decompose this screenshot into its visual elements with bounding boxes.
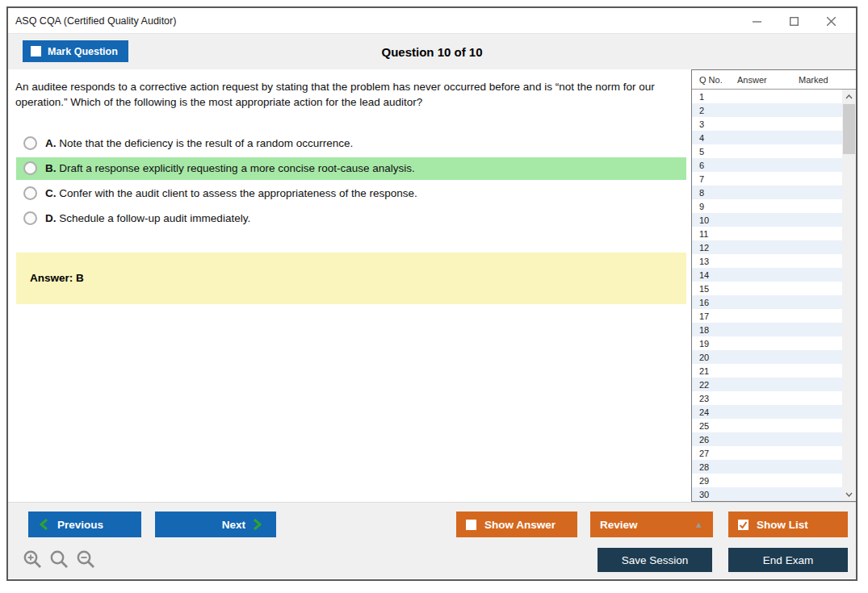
question-counter: Question 10 of 10 [8, 45, 856, 59]
radio-icon[interactable] [23, 186, 37, 200]
review-dropdown[interactable]: Review ▲ [590, 512, 713, 537]
radio-icon[interactable] [23, 161, 37, 175]
mark-question-button[interactable]: Mark Question [23, 40, 128, 62]
answer-text: Answer: B [30, 272, 84, 284]
list-item[interactable]: 17 [692, 309, 842, 323]
list-item[interactable]: 8 [692, 186, 842, 199]
q-no-cell: 29 [692, 476, 732, 486]
app-window: ASQ CQA (Certified Quality Auditor) Mark… [6, 6, 858, 581]
triangle-up-icon: ▲ [694, 520, 703, 529]
list-item[interactable]: 14 [692, 268, 842, 282]
end-exam-label: End Exam [763, 554, 813, 566]
scroll-down-button[interactable] [842, 487, 856, 501]
list-item[interactable]: 4 [692, 131, 842, 144]
list-item[interactable]: 11 [692, 227, 842, 240]
show-list-checkbox[interactable] [738, 520, 748, 530]
question-list-body-wrap: 1234567891011121314151617181920212223242… [692, 90, 856, 501]
column-header-marked: Marked [799, 75, 844, 85]
show-list-button[interactable]: Show List [728, 512, 848, 537]
close-icon [827, 17, 836, 26]
save-session-button[interactable]: Save Session [598, 548, 712, 572]
list-item[interactable]: 29 [692, 474, 842, 487]
zoom-in-icon[interactable] [23, 549, 44, 570]
radio-icon[interactable] [23, 136, 37, 150]
list-item[interactable]: 25 [692, 419, 842, 432]
option-d[interactable]: D. Schedule a follow-up audit immediatel… [16, 207, 686, 230]
q-no-cell: 10 [692, 215, 732, 225]
column-header-qno: Q No. [692, 75, 737, 85]
checkmark-icon [739, 520, 748, 529]
list-item[interactable]: 30 [692, 487, 842, 501]
q-no-cell: 2 [692, 106, 732, 115]
list-item[interactable]: 26 [692, 432, 842, 446]
radio-icon[interactable] [23, 211, 37, 225]
q-no-cell: 16 [692, 298, 732, 307]
list-item[interactable]: 27 [692, 446, 842, 460]
question-list-scrollbar[interactable] [842, 90, 856, 501]
q-no-cell: 25 [692, 421, 732, 431]
list-item[interactable]: 20 [692, 350, 842, 364]
q-no-cell: 4 [692, 133, 732, 143]
q-no-cell: 9 [692, 202, 732, 211]
list-item[interactable]: 5 [692, 144, 842, 158]
list-item[interactable]: 10 [692, 213, 842, 227]
zoom-reset-icon[interactable] [49, 549, 70, 570]
list-item[interactable]: 1 [692, 90, 842, 103]
question-list-body: 1234567891011121314151617181920212223242… [692, 90, 842, 501]
previous-button[interactable]: Previous [28, 512, 141, 537]
chevron-down-icon [845, 492, 853, 497]
scroll-up-button[interactable] [842, 90, 856, 103]
question-area: An auditee responds to a corrective acti… [8, 69, 691, 502]
list-item[interactable]: 22 [692, 378, 842, 391]
option-c-label: C. Confer with the audit client to asses… [45, 187, 417, 199]
list-item[interactable]: 18 [692, 323, 842, 336]
list-item[interactable]: 21 [692, 364, 842, 378]
list-item[interactable]: 23 [692, 391, 842, 405]
show-answer-button[interactable]: Show Answer [456, 512, 577, 537]
options-list: A. Note that the deficiency is the resul… [8, 132, 691, 230]
list-item[interactable]: 12 [692, 240, 842, 254]
option-c[interactable]: C. Confer with the audit client to asses… [16, 182, 686, 205]
list-item[interactable]: 19 [692, 336, 842, 350]
list-item[interactable]: 16 [692, 295, 842, 309]
minimize-icon [753, 17, 761, 26]
close-button[interactable] [812, 9, 849, 33]
list-item[interactable]: 2 [692, 103, 842, 117]
list-item[interactable]: 6 [692, 158, 842, 172]
next-button[interactable]: Next [155, 512, 276, 537]
previous-label: Previous [57, 519, 103, 531]
option-d-label: D. Schedule a follow-up audit immediatel… [45, 212, 250, 224]
mark-question-label: Mark Question [48, 46, 118, 57]
minimize-button[interactable] [738, 9, 775, 33]
show-answer-label: Show Answer [484, 519, 556, 531]
header-strip: Mark Question Question 10 of 10 [8, 34, 856, 69]
q-no-cell: 24 [692, 407, 732, 417]
window-controls [738, 8, 849, 34]
list-item[interactable]: 3 [692, 117, 842, 131]
option-a[interactable]: A. Note that the deficiency is the resul… [16, 132, 686, 155]
q-no-cell: 26 [692, 435, 732, 445]
option-b[interactable]: B. Draft a response explicitly requestin… [16, 157, 686, 180]
question-list-panel: Q No. Answer Marked 12345678910111213141… [691, 69, 856, 502]
maximize-icon [790, 17, 799, 26]
end-exam-button[interactable]: End Exam [728, 548, 848, 572]
maximize-button[interactable] [775, 9, 812, 33]
list-item[interactable]: 7 [692, 172, 842, 186]
chevron-right-icon [254, 518, 262, 531]
footer-bar: Previous Next Show Answer Review ▲ Show … [8, 502, 856, 578]
option-a-label: A. Note that the deficiency is the resul… [45, 137, 353, 149]
q-no-cell: 20 [692, 353, 732, 362]
zoom-out-icon[interactable] [76, 549, 97, 570]
list-item[interactable]: 28 [692, 460, 842, 474]
list-item[interactable]: 9 [692, 199, 842, 213]
q-no-cell: 5 [692, 147, 732, 157]
question-list-header: Q No. Answer Marked [692, 70, 856, 90]
mark-question-checkbox[interactable] [31, 46, 41, 56]
window-title: ASQ CQA (Certified Quality Auditor) [8, 15, 176, 27]
show-answer-checkbox[interactable] [466, 520, 476, 530]
list-item[interactable]: 15 [692, 282, 842, 295]
list-item[interactable]: 24 [692, 405, 842, 419]
list-item[interactable]: 13 [692, 254, 842, 268]
scrollbar-thumb[interactable] [843, 104, 855, 154]
show-list-label: Show List [757, 519, 808, 531]
